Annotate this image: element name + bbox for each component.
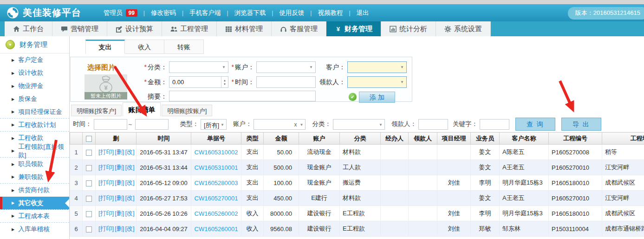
delete-link[interactable]: [删] [115, 179, 124, 186]
doc-no-link[interactable]: CW1605270001 [195, 195, 238, 202]
cell-category: E工程款 [340, 206, 381, 221]
sidebar-item-warranty[interactable]: ▶质保金 [0, 93, 69, 106]
filter-keyword-input[interactable] [480, 119, 509, 130]
delete-link[interactable]: [删] [115, 164, 124, 171]
cell-amount: 100.00 [264, 175, 299, 191]
image-placeholder[interactable]: ¥ 暂未上传图片 [85, 74, 127, 100]
export-button[interactable]: 导 出 [561, 118, 601, 131]
filter-type-select[interactable]: [所有]▼ [201, 119, 227, 130]
cell-customer: A王老五 [500, 160, 549, 175]
edit-link[interactable]: [改] [125, 210, 134, 217]
sidebar-item-label: 兼职领款 [18, 173, 43, 181]
summary-input[interactable] [169, 91, 316, 101]
row-checkbox[interactable] [86, 211, 92, 217]
cell-account: 建设银行 [299, 206, 340, 221]
edit-link[interactable]: [改] [125, 225, 134, 232]
doc-no-link[interactable]: CW1605260002 [195, 210, 238, 217]
subtab-detail-by-customer[interactable]: 明细账[按客户] [71, 105, 122, 116]
filter-time-to-input[interactable] [135, 119, 169, 130]
sidebar-item-pm-guarantee[interactable]: ▶项目经理保证金 [0, 106, 69, 119]
filter-payee-input[interactable] [418, 119, 448, 130]
nav-design-budget[interactable]: 设计预算 [107, 21, 162, 36]
clear-icon[interactable]: x [294, 121, 297, 128]
pick-image-label[interactable]: 选择图片 [87, 63, 115, 72]
edit-link[interactable]: [改] [125, 194, 134, 201]
cell-category: 材料款 [340, 145, 381, 160]
add-button[interactable]: 添 加 [359, 92, 395, 103]
payee-select[interactable]: ▼ [347, 76, 407, 88]
table-row: 2 [打印][删][改] 2016-05-31 13:44 CW16053100… [70, 160, 644, 175]
customer-select[interactable]: ▼ [347, 61, 407, 73]
sidebar-item-design-payment[interactable]: ▶设计收款 [0, 66, 69, 80]
nav-customer-service[interactable]: 客服管理 [272, 21, 326, 36]
edit-link[interactable]: [改] [125, 179, 134, 186]
top-menu-video-tutorial[interactable]: 视频教程 [318, 9, 343, 17]
print-link[interactable]: [打印] [98, 179, 114, 186]
sidebar-item-cost-table[interactable]: ▶工程成本表 [0, 210, 69, 223]
row-checkbox[interactable] [86, 150, 92, 156]
top-menu-feedback[interactable]: 使用反馈 [279, 9, 304, 17]
sidebar-item-payment-plan[interactable]: ▶工程收款计划 [0, 119, 69, 132]
cell-time: 2016-05-12 09:00 [137, 175, 191, 191]
search-button[interactable]: 查 询 [515, 118, 555, 131]
sidebar-item-label: 客户定金 [18, 56, 43, 64]
header-amount: 金额 [264, 133, 299, 145]
print-link[interactable]: [打印] [98, 194, 114, 201]
tab-transfer[interactable]: 转账 [164, 40, 204, 54]
tab-income[interactable]: 收入 [125, 40, 164, 54]
print-link[interactable]: [打印] [98, 164, 114, 171]
filter-category-select[interactable]: ▼ [333, 119, 385, 130]
doc-no-link[interactable]: CW1605280003 [195, 179, 238, 186]
nav-statistics[interactable]: 统计分析 [381, 21, 436, 36]
nav-marketing[interactable]: 营销管理 [52, 21, 107, 36]
table-row: 3 [打印][删][改] 2016-05-12 09:00 CW16052800… [70, 175, 644, 191]
sidebar-item-staff-withdraw[interactable]: ▶职员领款 [0, 158, 69, 171]
sidebar-item-property-deposit[interactable]: ▶物业押金 [0, 80, 69, 93]
doc-no-link[interactable]: CW1605310001 [195, 164, 238, 171]
edit-link[interactable]: [改] [125, 148, 134, 155]
top-menu-logout[interactable]: 退出 [357, 9, 369, 17]
filter-account-combo[interactable]: x▼ [254, 119, 306, 130]
top-menu-change-password[interactable]: 修改密码 [151, 9, 176, 17]
print-link[interactable]: [打印] [98, 210, 114, 217]
delete-link[interactable]: [删] [115, 210, 124, 217]
doc-no-link[interactable]: CW1605260001 [195, 226, 238, 232]
print-link[interactable]: [打印] [98, 148, 114, 155]
cell-category: 工人款 [340, 160, 381, 175]
sidebar-item-supplier-payment[interactable]: ▶供货商付款 [0, 184, 69, 197]
top-menu-browser-download[interactable]: 浏览器下载 [234, 9, 266, 17]
top-menu-mobile-client[interactable]: 手机客户端 [189, 9, 221, 17]
nav-settings[interactable]: 系统设置 [436, 21, 491, 36]
sidebar-item-customer-deposit[interactable]: ▶客户定金 [0, 53, 69, 66]
row-checkbox[interactable] [86, 226, 92, 232]
row-index: 5 [70, 206, 83, 221]
delete-link[interactable]: [删] [115, 148, 124, 155]
row-index: 6 [70, 221, 83, 237]
row-checkbox[interactable] [86, 165, 92, 171]
sidebar-item-parttime-withdraw[interactable]: ▶兼职领款 [0, 171, 69, 184]
svg-text:¥: ¥ [337, 26, 340, 33]
sidebar-item-warehouse-audit[interactable]: ▶入库单稽核 [0, 223, 69, 236]
delete-link[interactable]: [删] [115, 225, 124, 232]
print-link[interactable]: [打印] [98, 225, 114, 232]
edit-link[interactable]: [改] [125, 164, 134, 171]
sidebar-item-project-withdraw[interactable]: ▶工程领款[直接领款] [0, 145, 69, 158]
nav-finance[interactable]: ¥ 财务管理 [326, 21, 381, 36]
cell-payee [409, 206, 437, 221]
nav-project[interactable]: 工程管理 [162, 21, 217, 36]
row-checkbox[interactable] [86, 196, 92, 202]
delete-link[interactable]: [删] [115, 194, 124, 201]
tab-expense[interactable]: 支出 [85, 40, 125, 54]
notification-badge[interactable]: 99 [126, 9, 137, 17]
subtab-detail-by-account[interactable]: 明细账[按账户] [162, 105, 212, 116]
select-all-checkbox[interactable] [86, 136, 92, 142]
nav-workbench[interactable]: 工作台 [5, 21, 52, 36]
nav-materials[interactable]: 材料管理 [217, 21, 272, 36]
subtab-account-list[interactable]: 账目清单 [123, 102, 161, 116]
sidebar-item-other-income-expense[interactable]: ▶其它收支 [0, 197, 69, 210]
filter-time-from-input[interactable] [94, 119, 127, 130]
doc-no-link[interactable]: CW1605310002 [195, 149, 238, 156]
top-menu-admin[interactable]: 管理员 [104, 9, 123, 17]
sidebar-header[interactable]: ▼ 财务管理 [0, 36, 69, 53]
row-checkbox[interactable] [86, 180, 92, 186]
